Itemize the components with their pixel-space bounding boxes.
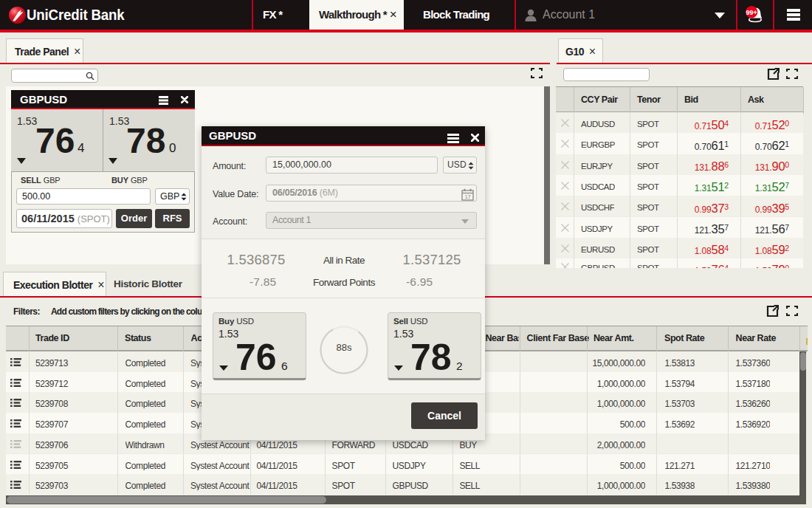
- svg-text:17: 17: [465, 193, 471, 200]
- svg-text:99+: 99+: [746, 9, 757, 16]
